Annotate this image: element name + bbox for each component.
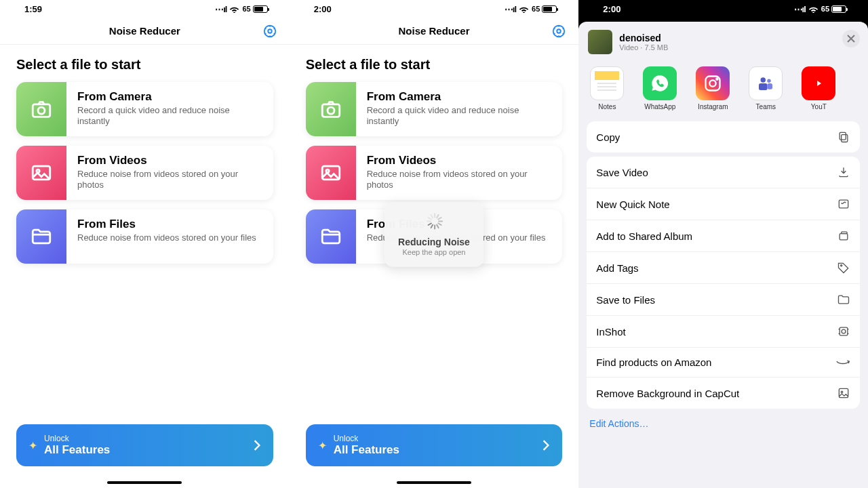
from-files-card[interactable]: From Files Reduce noise from videos stor… — [16, 209, 273, 264]
unlock-button[interactable]: ✦ Unlock All Features — [16, 424, 273, 466]
svg-point-5 — [37, 169, 39, 172]
sparkle-icon: ✦ — [318, 439, 327, 452]
target-label: Teams — [756, 103, 776, 110]
action-save-files[interactable]: Save to Files — [587, 283, 860, 315]
card-title: From Videos — [77, 154, 262, 167]
status-right: ⋯ıl 65 — [215, 4, 267, 14]
status-bar: 2:00 ⋯ıl 65 — [578, 0, 868, 18]
action-amazon[interactable]: Find products on Amazon — [587, 347, 860, 377]
unlock-big: All Features — [334, 443, 399, 457]
action-save-video[interactable]: Save Video — [587, 157, 860, 188]
svg-rect-27 — [840, 234, 848, 240]
share-targets-row[interactable]: Notes WhatsApp Instagram Teams — [578, 62, 868, 117]
share-target-notes[interactable]: Notes — [588, 66, 626, 110]
battery-icon: 65 — [821, 5, 846, 13]
unlock-small: Unlock — [44, 434, 110, 443]
status-time: 2:00 — [314, 4, 332, 14]
from-camera-card[interactable]: From Camera Record a quick video and red… — [306, 82, 563, 136]
svg-rect-12 — [595, 71, 619, 80]
from-camera-card[interactable]: From Camera Record a quick video and red… — [16, 82, 273, 136]
home-indicator[interactable] — [107, 481, 182, 484]
quicknote-icon — [837, 197, 850, 211]
svg-point-31 — [842, 329, 846, 333]
card-accent — [16, 209, 66, 264]
card-title: From Camera — [77, 90, 262, 104]
action-label: InShot — [596, 326, 625, 338]
status-time: 1:59 — [24, 4, 42, 14]
action-group-copy: Copy — [587, 121, 860, 152]
svg-rect-8 — [322, 104, 340, 117]
share-target-youtube[interactable]: YouT — [800, 66, 837, 110]
action-new-quick-note[interactable]: New Quick Note — [587, 188, 860, 220]
wifi-icon — [519, 5, 529, 13]
card-accent — [16, 82, 66, 136]
cellular-icon: ⋯ıl — [794, 4, 806, 14]
action-add-tags[interactable]: Add Tags — [587, 251, 860, 283]
cellular-icon: ⋯ıl — [505, 4, 516, 14]
settings-button[interactable] — [262, 24, 277, 39]
gear-icon — [551, 24, 566, 39]
svg-point-29 — [841, 265, 842, 266]
target-label: Notes — [598, 103, 616, 110]
action-capcut[interactable]: Remove Background in CapCut — [587, 377, 860, 409]
sparkle-icon: ✦ — [28, 439, 37, 452]
action-label: Copy — [596, 131, 620, 143]
close-button[interactable] — [842, 30, 860, 47]
action-label: New Quick Note — [596, 199, 669, 210]
svg-point-6 — [553, 25, 565, 37]
unlock-button[interactable]: ✦ Unlock All Features — [306, 424, 563, 466]
edit-actions-label: Edit Actions… — [589, 418, 648, 429]
settings-button[interactable] — [551, 24, 566, 39]
status-bar: 2:00 ⋯ıl 65 — [290, 0, 579, 18]
share-target-instagram[interactable]: Instagram — [694, 66, 732, 110]
svg-rect-22 — [759, 83, 768, 90]
file-thumbnail — [588, 30, 612, 54]
camera-icon — [319, 98, 342, 121]
svg-point-1 — [268, 29, 272, 33]
copy-icon — [837, 130, 850, 144]
close-icon — [847, 35, 855, 43]
svg-rect-26 — [839, 200, 848, 208]
svg-point-9 — [328, 107, 334, 114]
from-videos-card[interactable]: From Videos Reduce noise from videos sto… — [16, 146, 273, 200]
share-sheet: denoised Video · 7.5 MB Notes WhatsApp — [578, 22, 868, 488]
folder-icon — [319, 225, 342, 248]
svg-point-19 — [717, 78, 718, 79]
select-heading: Select a file to start — [306, 57, 563, 73]
svg-point-20 — [761, 77, 766, 83]
battery-level: 65 — [532, 5, 540, 13]
edit-actions-button[interactable]: Edit Actions… — [578, 409, 868, 439]
action-label: Add to Shared Album — [596, 230, 692, 242]
share-target-whatsapp[interactable]: WhatsApp — [641, 66, 679, 110]
action-copy[interactable]: Copy — [587, 121, 860, 152]
target-label: Instagram — [698, 103, 728, 110]
battery-icon: 65 — [242, 5, 267, 13]
share-header: denoised Video · 7.5 MB — [578, 22, 868, 62]
action-label: Save to Files — [596, 294, 655, 306]
svg-rect-30 — [840, 327, 848, 336]
overlay-sub: Keep the app open — [398, 247, 470, 256]
chevron-right-icon — [253, 440, 261, 451]
card-desc: Record a quick video and reduce noise in… — [77, 105, 262, 127]
share-target-teams[interactable]: Teams — [747, 66, 785, 110]
download-icon — [837, 165, 850, 179]
battery-icon: 65 — [532, 5, 557, 13]
status-time: 2:00 — [603, 4, 620, 14]
phone-screen-1: 1:59 ⋯ıl 65 Noise Reducer Select a file … — [0, 0, 290, 488]
svg-rect-28 — [842, 232, 847, 234]
phone-screen-2: 2:00 ⋯ıl 65 Noise Reducer Select a file … — [290, 0, 579, 488]
svg-point-33 — [841, 391, 843, 393]
progress-overlay: Reducing Noise Keep the app open — [384, 202, 484, 266]
svg-point-11 — [326, 169, 329, 172]
action-label: Save Video — [596, 167, 648, 178]
action-shared-album[interactable]: Add to Shared Album — [587, 220, 860, 251]
image-icon — [30, 161, 53, 184]
svg-rect-2 — [33, 104, 50, 117]
svg-point-18 — [710, 80, 716, 86]
action-inshot[interactable]: InShot — [587, 315, 860, 347]
select-heading: Select a file to start — [16, 57, 273, 73]
overlay-title: Reducing Noise — [398, 236, 470, 247]
from-videos-card[interactable]: From Videos Reduce noise from videos sto… — [306, 146, 563, 200]
home-indicator[interactable] — [397, 481, 471, 484]
card-accent — [306, 209, 356, 264]
